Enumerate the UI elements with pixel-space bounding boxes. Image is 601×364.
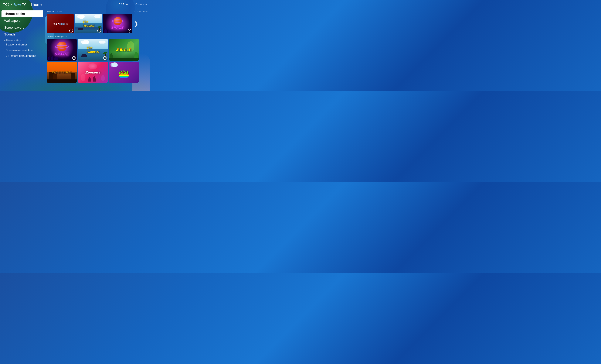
header-time: 10:37 pm bbox=[117, 3, 129, 6]
theme-card-kids[interactable]: Kids bbox=[109, 62, 139, 83]
my-theme-packs-header: My theme packs 9 Theme packs bbox=[47, 10, 148, 13]
header-divider: | bbox=[28, 2, 29, 7]
popular-section-header: Popular theme packs bbox=[47, 36, 148, 38]
check-badge: ✓ bbox=[97, 29, 101, 32]
sidebar-item-label: Theme packs bbox=[4, 12, 25, 16]
options-star-icon: ✳ bbox=[145, 3, 147, 6]
header-divider2: | bbox=[131, 2, 132, 7]
logo-roku: Roku bbox=[14, 3, 21, 6]
card-tcl-logo: TCL bbox=[52, 22, 58, 25]
theme-count: 9 Theme packs bbox=[134, 10, 148, 13]
sidebar-item-restore-default[interactable]: ∧ Restore default theme bbox=[1, 53, 43, 59]
theme-card-tcl-default[interactable]: TCL • Roku TV ✓ bbox=[47, 14, 74, 33]
nav-arrow-right[interactable]: ❯ bbox=[134, 20, 138, 27]
sidebar-item-label: Wallpapers bbox=[4, 19, 20, 22]
theme-card-space-popular[interactable]: SPACE ✓ bbox=[47, 39, 77, 61]
popular-theme-grid: SPACE ✓ TheNautical ✓ bbox=[47, 39, 148, 61]
main-content: My theme packs 9 Theme packs TCL • Roku … bbox=[45, 9, 150, 91]
sidebar-item-screensaver-wait[interactable]: Screensaver wait time bbox=[1, 47, 43, 53]
card-romance-text: Romance bbox=[78, 62, 108, 83]
header: TCL • Roku TV | Theme 10:37 pm | Options… bbox=[0, 0, 150, 9]
card-tv-logo: TV bbox=[66, 22, 69, 25]
logo-tcl: TCL bbox=[3, 2, 10, 6]
sidebar: Theme packs Wallpapers Screensavers Soun… bbox=[1, 10, 43, 59]
sidebar-sub-label: Screensaver wait time bbox=[6, 49, 34, 52]
popular-divider-line bbox=[68, 37, 148, 37]
sidebar-sub-label: Restore default theme bbox=[8, 54, 36, 57]
header-right: 10:37 pm | Options ✳ bbox=[117, 2, 147, 7]
my-theme-packs-grid: TCL • Roku TV ✓ TheNautica bbox=[47, 14, 148, 33]
page-title: Theme bbox=[30, 2, 42, 7]
sidebar-section-label: Additional settings bbox=[1, 38, 43, 42]
theme-card-nautical-my[interactable]: TheNautical ✓ bbox=[75, 14, 102, 33]
header-logo: TCL • Roku TV bbox=[3, 2, 26, 6]
theme-card-nautical-popular[interactable]: TheNautical ✓ bbox=[78, 39, 108, 61]
sidebar-item-seasonal-themes[interactable]: Seasonal themes bbox=[1, 42, 43, 47]
theme-card-western[interactable]: WESTERN bbox=[47, 62, 77, 83]
theme-card-romance[interactable]: Romance bbox=[78, 62, 108, 83]
card-western-text: WESTERN bbox=[47, 62, 77, 83]
popular-title: Popular theme packs bbox=[47, 36, 67, 38]
sidebar-item-wallpapers[interactable]: Wallpapers bbox=[1, 17, 43, 24]
card-kids-text: Kids bbox=[109, 62, 139, 83]
options-button[interactable]: Options ✳ bbox=[135, 3, 147, 6]
options-label: Options bbox=[135, 3, 145, 6]
card-dot: • bbox=[58, 23, 59, 25]
check-badge: ✓ bbox=[128, 29, 131, 32]
bottom-theme-grid: WESTERN Romance bbox=[47, 62, 148, 83]
sidebar-item-label: Sounds bbox=[4, 32, 15, 36]
sidebar-item-sounds[interactable]: Sounds bbox=[1, 31, 43, 38]
sidebar-item-theme-packs[interactable]: Theme packs bbox=[1, 10, 43, 17]
check-badge-nautical-pop: ✓ bbox=[103, 56, 107, 60]
card-roku-logo: Roku bbox=[59, 22, 65, 25]
my-theme-packs-title: My theme packs bbox=[47, 10, 62, 13]
sidebar-sub-label: Seasonal themes bbox=[6, 43, 28, 46]
additional-settings-label: Additional settings bbox=[4, 39, 21, 41]
logo-tv: TV bbox=[22, 3, 26, 6]
theme-card-jungle[interactable]: JUNGLE bbox=[109, 39, 139, 61]
card-jungle-text: JUNGLE bbox=[109, 39, 139, 61]
check-badge-space-pop: ✓ bbox=[72, 56, 76, 60]
theme-card-space-my[interactable]: SPACE ✓ bbox=[103, 14, 132, 33]
collapse-arrow-icon: ∧ bbox=[6, 55, 7, 57]
logo-dot: • bbox=[11, 3, 12, 6]
sidebar-item-label: Screensavers bbox=[4, 26, 24, 29]
check-badge: ✓ bbox=[69, 29, 73, 32]
sidebar-item-screensavers[interactable]: Screensavers bbox=[1, 24, 43, 31]
